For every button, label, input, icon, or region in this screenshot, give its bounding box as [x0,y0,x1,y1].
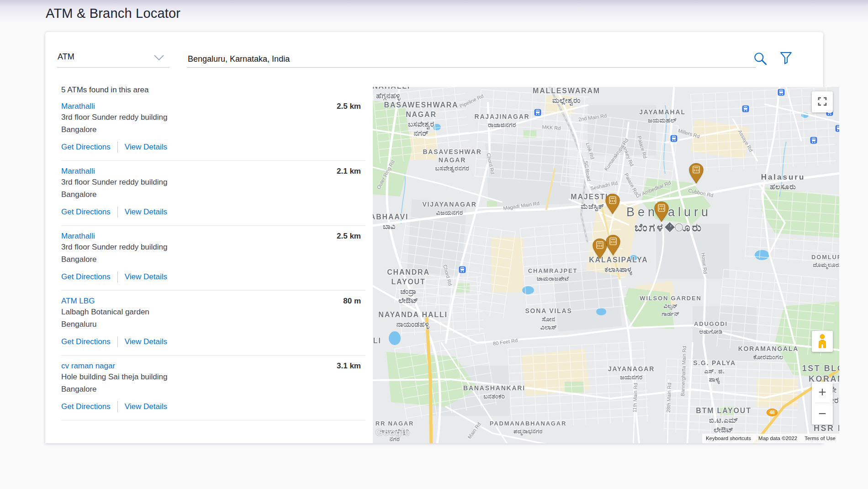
map-area-label: WILSON GARDENವಿಲ್ಸನ್ಗಾರ್ಡನ್ [640,295,701,318]
map-area-label: HSR LA [814,423,839,434]
link-separator [117,401,118,412]
get-directions-link[interactable]: Get Directions [61,143,111,152]
atm-address-line1: 3rd floor Sunder reddy building [61,176,361,188]
transit-station-icon [459,266,466,274]
atm-address-line2: Bangalore [61,383,361,395]
map-area-label: MALLESWARAMಮಲ್ಲೇಶ್ವರಂ [533,87,600,106]
keyboard-shortcuts-link[interactable]: Keyboard shortcuts [702,434,755,443]
search-icon [753,60,767,67]
atm-result-item: Marathalli 2.5 km 3rd floor Sunder reddy… [61,232,361,291]
link-separator [117,336,118,347]
get-directions-link[interactable]: Get Directions [61,337,111,346]
google-watermark: Google [376,427,410,438]
atm-address-line2: Bengaluru [61,318,361,330]
atm-address-line2: Bangalore [61,123,361,136]
atm-name-link[interactable]: ATM LBG [61,297,95,306]
atm-name-link[interactable]: cv raman nagar [61,361,115,371]
map-area-label: BASAVESHWARNAGARಬಸವೇಶ್ವರನಗರ [423,148,482,173]
atm-name-link[interactable]: Marathalli [61,167,95,176]
item-divider [61,420,365,420]
atm-distance: 3.1 km [337,361,361,371]
location-type-select[interactable]: ATM [57,48,169,68]
link-separator [117,207,118,218]
location-search-input[interactable] [187,48,756,68]
item-divider [61,160,365,161]
map-area-label: JAYANAGARಜಯನಗರ [608,365,655,381]
transit-station-icon [778,89,785,96]
atm-address-line2: Bangalore [61,188,361,201]
map-canvas[interactable]: ANAHALLIಹೆಗ್ಗನಹಳ್ಳಿMALLESWARAMಮಲ್ಲೇಶ್ವರಂ… [373,87,839,443]
atm-name-link[interactable]: Marathalli [61,232,95,241]
search-bar: ATM [45,32,823,75]
transit-station-icon [742,105,750,113]
get-directions-link[interactable]: Get Directions [61,402,111,411]
terms-of-use-link[interactable]: Terms of Use [801,434,839,443]
chevron-down-icon [154,54,164,63]
map-area-label: ADUGODIಆಡುಗೋಡಿ [694,320,728,336]
results-count: 5 ATMs found in this area [61,85,361,95]
item-divider [61,290,365,291]
map-fullscreen-button[interactable] [812,91,833,112]
fullscreen-icon [818,97,827,107]
atm-address-line2: Bangalore [61,253,361,266]
map-area-label: ANAHALLIಹೆಗ್ಗನಹಳ್ಳಿ [373,87,410,101]
zoom-in-button[interactable]: + [812,382,833,403]
highway-shield: 48 [767,409,778,416]
street-view-pegman-button[interactable] [812,331,833,352]
map-area-label: DOMLURದೊಮ್ಮಲೂರು [811,254,839,269]
map-area-label: S.G. PALYAಎಸ್. ಜಿ.ಪಾಳ್ಯ [693,359,736,384]
atm-result-item: Marathalli 2.5 km 3rd floor Sunder reddy… [61,102,361,161]
map-area-label: CHAMRAJPETಚಾಮರಾಜಪೇಟೆ [528,267,577,283]
view-details-link[interactable]: View Details [125,143,167,152]
map-area-label: LLI [373,336,381,346]
transit-station-icon [670,135,678,143]
page-title: ATM & Branch Locator [46,6,180,21]
location-type-value: ATM [58,52,74,62]
atm-address-line1: 3rd floor Sunder reddy building [61,111,361,123]
link-separator [117,142,118,153]
map-area-label: PADMANABHANAGARಪದ್ಮನಾಭನಗರ [490,420,566,436]
atm-name-link[interactable]: Marathalli [61,102,95,111]
atm-address-line1: Lalbagh Botanical garden [61,306,361,318]
filter-button[interactable] [778,51,794,67]
transit-station-icon [835,125,840,133]
map-area-label: Halasuruಹಲಸೂರು [761,172,805,192]
map-area-label: NAYANDA HALLIನಾಯಂಡಹಳ್ಳಿ [378,310,447,330]
view-details-link[interactable]: View Details [125,402,167,411]
atm-map-pin[interactable] [605,234,621,255]
zoom-out-button[interactable]: − [812,403,833,424]
map-road-label: 28th Main Rd [666,383,672,413]
atm-address-line1: 3rd floor Sunder reddy building [61,241,361,253]
map-data-label: Map data ©2022 [755,434,801,443]
item-divider [61,355,365,356]
map-road-label: 11th Main Rd [632,383,638,413]
map-area-label: BTM LAYOUTಬಿ.ಟಿ.ಎಮ್ಲೇಔಟ್ [696,406,751,435]
get-directions-link[interactable]: Get Directions [61,207,111,217]
map-area-label: CHANDRALAYOUTಚಂದ್ರಾಲೇಔಟ್ [387,268,429,306]
atm-distance: 2.1 km [337,167,361,176]
map-area-label: VIJAYANAGARವಿಜಯನಗರ [422,200,476,217]
atm-map-pin[interactable] [688,163,704,184]
view-details-link[interactable]: View Details [125,337,167,346]
results-list: Marathalli 2.5 km 3rd floor Sunder reddy… [61,102,361,420]
map-attribution: Keyboard shortcuts Map data ©2022 Terms … [702,434,839,443]
atm-distance: 2.5 km [337,232,361,241]
view-details-link[interactable]: View Details [125,272,167,282]
map-area-label: RAJAJINAGARರಾಜಾಜಿನಗರ [475,112,530,129]
map-area-label: BASAWESHWARANAGARಬಸವೇಶ್ವರನಗರ್ [384,101,459,138]
atm-map-pin[interactable] [604,193,621,214]
transit-station-icon [534,109,542,117]
map-area-label: KORAMANGALAಕೋರಮಂಗಲ [738,345,799,361]
filter-icon [780,59,792,66]
locator-card: ATM 5 ATMs found in this area Marathalli… [45,32,823,443]
atm-result-item: cv raman nagar 3.1 km Hole building Sai … [61,361,361,420]
view-details-link[interactable]: View Details [125,207,167,217]
search-button[interactable] [752,51,768,67]
atm-address-line1: Hole building Sai theja building [61,371,361,383]
link-separator [117,271,118,282]
map-zoom-control: + − [812,382,833,425]
atm-distance: 80 m [343,297,361,306]
atm-map-pin[interactable] [653,201,670,222]
atm-result-item: ATM LBG 80 m Lalbagh Botanical garden Be… [61,297,361,356]
get-directions-link[interactable]: Get Directions [61,272,111,282]
